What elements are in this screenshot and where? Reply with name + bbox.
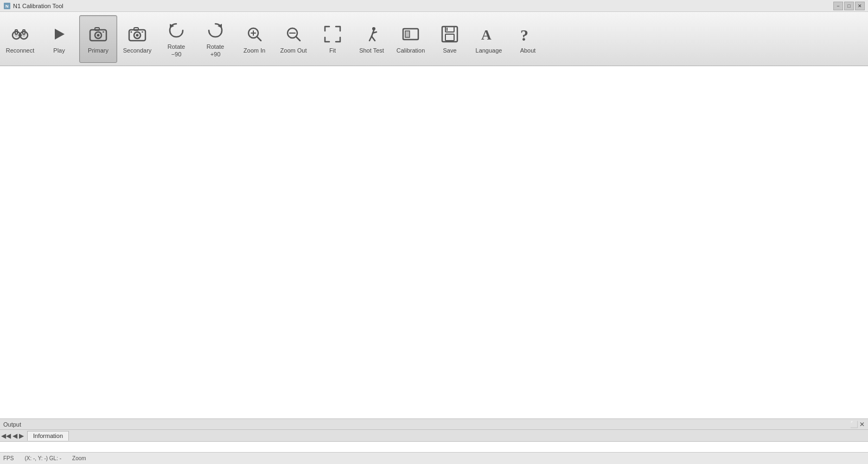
svg-rect-4	[18, 34, 22, 36]
reconnect-label: Reconnect	[6, 47, 35, 54]
play-label: Play	[53, 47, 65, 54]
tab-nav-right[interactable]: ▶	[19, 432, 24, 440]
shot-test-label: Shot Test	[359, 47, 384, 54]
svg-line-24	[257, 37, 261, 41]
svg-rect-40	[445, 34, 454, 41]
svg-rect-41	[446, 28, 448, 31]
close-button[interactable]: ✕	[855, 2, 865, 10]
zoom-out-icon	[283, 23, 304, 45]
fit-icon	[322, 23, 343, 45]
svg-point-7	[15, 34, 18, 37]
title-bar-left: N N1 Calibration Tool	[3, 2, 63, 10]
toolbar: Reconnect Play Primary	[0, 12, 868, 66]
camera-secondary-icon	[126, 23, 148, 45]
svg-point-12	[97, 34, 100, 36]
about-icon: ?	[517, 23, 539, 45]
zoom-in-button[interactable]: Zoom In	[235, 15, 273, 63]
maximize-button[interactable]: □	[844, 2, 854, 10]
play-button[interactable]: Play	[40, 15, 78, 63]
calibration-button[interactable]: Calibration	[392, 15, 430, 63]
primary-button[interactable]: Primary	[79, 15, 117, 63]
svg-rect-19	[142, 31, 143, 33]
save-icon	[439, 23, 461, 45]
svg-text:A: A	[481, 27, 492, 43]
svg-line-34	[372, 36, 375, 41]
camera-primary-icon	[87, 23, 109, 45]
reconnect-button[interactable]: Reconnect	[1, 15, 39, 63]
zoom-in-label: Zoom In	[244, 47, 265, 54]
app-icon: N	[3, 2, 11, 10]
output-panel-header: Output ⬜ ✕	[0, 419, 868, 430]
coords-label: (X: -, Y: -) GL: -	[24, 455, 61, 461]
secondary-button[interactable]: Secondary	[118, 15, 156, 63]
shot-test-button[interactable]: Shot Test	[353, 15, 391, 63]
tab-nav-left[interactable]: ◀	[12, 432, 17, 440]
svg-line-28	[296, 37, 300, 41]
binoculars-icon	[9, 23, 31, 45]
language-button[interactable]: A Language	[470, 15, 508, 63]
shot-test-icon	[361, 23, 382, 45]
minimize-button[interactable]: −	[833, 2, 843, 10]
rotate-pos90-label: Rotate+90	[207, 43, 224, 57]
about-label: About	[520, 47, 536, 54]
svg-rect-14	[103, 31, 104, 33]
svg-text:?: ?	[520, 26, 528, 44]
svg-rect-13	[95, 28, 99, 30]
output-panel-title: Output	[3, 421, 21, 428]
zoom-in-icon	[244, 23, 265, 45]
rotate-neg90-button[interactable]: Rotate−90	[157, 15, 195, 63]
rotate-ccw-icon	[165, 20, 187, 41]
language-icon: A	[478, 23, 500, 45]
calibration-label: Calibration	[397, 47, 425, 54]
rotate-neg90-label: Rotate−90	[168, 43, 185, 57]
primary-label: Primary	[88, 47, 108, 54]
save-button[interactable]: Save	[431, 15, 469, 63]
language-label: Language	[476, 47, 502, 54]
output-float-button[interactable]: ⬜	[850, 421, 858, 428]
calibration-icon	[400, 23, 422, 45]
output-close-button[interactable]: ✕	[859, 421, 865, 428]
rotate-pos90-button[interactable]: Rotate+90	[196, 15, 234, 63]
zoom-out-button[interactable]: Zoom Out	[275, 15, 312, 63]
svg-point-8	[22, 34, 25, 37]
play-icon	[48, 23, 70, 45]
svg-rect-36	[405, 31, 410, 37]
svg-rect-18	[134, 28, 138, 30]
secondary-label: Secondary	[123, 47, 152, 54]
fit-button[interactable]: Fit	[314, 15, 352, 63]
output-tab-nav[interactable]: ◀◀ ◀ ▶	[1, 432, 24, 440]
zoom-out-label: Zoom Out	[280, 47, 307, 54]
output-panel-controls[interactable]: ⬜ ✕	[850, 421, 865, 428]
svg-point-20	[131, 31, 132, 33]
tab-nav-left-left[interactable]: ◀◀	[1, 432, 11, 440]
fps-label: FPS	[3, 455, 14, 461]
main-canvas	[0, 66, 868, 418]
svg-text:N: N	[5, 4, 9, 9]
fit-label: Fit	[329, 47, 336, 54]
output-panel: Output ⬜ ✕ ◀◀ ◀ ▶ Information	[0, 418, 868, 452]
svg-marker-9	[55, 29, 65, 40]
about-button[interactable]: ? About	[509, 15, 547, 63]
output-content	[0, 442, 868, 452]
zoom-label: Zoom	[72, 455, 86, 461]
save-label: Save	[443, 47, 456, 54]
title-bar: N N1 Calibration Tool − □ ✕	[0, 0, 868, 12]
svg-point-17	[136, 34, 139, 36]
title-bar-controls[interactable]: − □ ✕	[833, 2, 865, 10]
rotate-cw-icon	[205, 20, 226, 41]
status-bar: FPS (X: -, Y: -) GL: - Zoom	[0, 452, 868, 464]
app-title: N1 Calibration Tool	[13, 3, 63, 9]
information-tab[interactable]: Information	[27, 431, 69, 441]
